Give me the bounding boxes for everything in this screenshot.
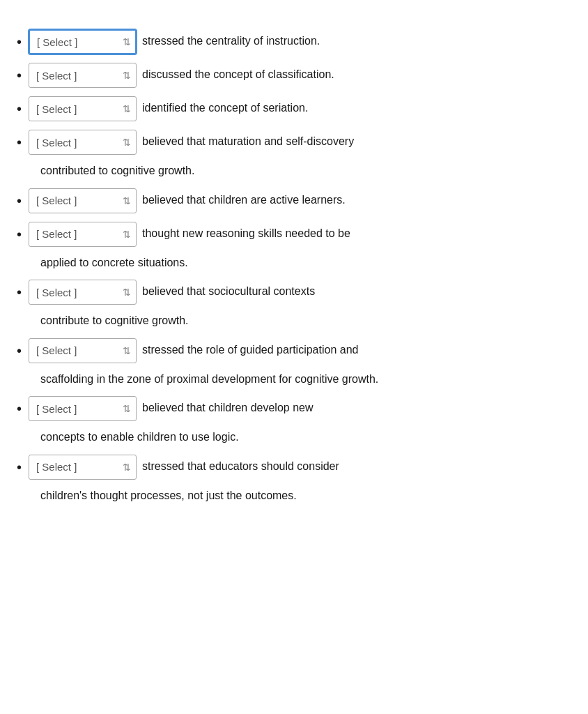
select-wrapper: [ Select ]PiagetVygotskyBoth⇅ [29, 396, 137, 421]
bullet-icon: • [17, 225, 22, 244]
select-item6[interactable]: [ Select ]PiagetVygotskyBoth [29, 222, 137, 247]
continuation-text: contribute to cognitive growth. [40, 312, 588, 330]
bullet-icon: • [17, 191, 22, 211]
item-text: stressed that educators should consider [142, 453, 571, 476]
select-wrapper: [ Select ]PiagetVygotskyBoth⇅ [29, 455, 137, 480]
select-item1[interactable]: [ Select ]PiagetVygotskyBoth [29, 29, 137, 54]
list-item: •[ Select ]PiagetVygotskyBoth⇅thought ne… [17, 220, 571, 247]
continuation-item: contributed to cognitive growth. [17, 162, 571, 180]
item-text: discussed the concept of classification. [142, 61, 571, 84]
select-wrapper: [ Select ]PiagetVygotskyBoth⇅ [29, 222, 137, 247]
item-content: [ Select ]PiagetVygotskyBoth⇅believed th… [29, 395, 571, 421]
bullet-icon: • [17, 282, 22, 302]
item-text: believed that children develop new [142, 395, 571, 417]
select-item2[interactable]: [ Select ]PiagetVygotskyBoth [29, 63, 137, 88]
item-content: [ Select ]PiagetVygotskyBoth⇅stressed th… [29, 337, 571, 363]
continuation-item: concepts to enable children to use logic… [17, 428, 571, 446]
select-item5[interactable]: [ Select ]PiagetVygotskyBoth [29, 188, 137, 213]
select-item4[interactable]: [ Select ]PiagetVygotskyBoth [29, 130, 137, 155]
list-item: •[ Select ]PiagetVygotskyBoth⇅identified… [17, 95, 571, 121]
select-item10[interactable]: [ Select ]PiagetVygotskyBoth [29, 455, 137, 480]
item-text: stressed the centrality of instruction. [142, 28, 571, 50]
item-content: [ Select ]PiagetVygotskyBoth⇅thought new… [29, 220, 571, 247]
list-item: •[ Select ]PiagetVygotskyBoth⇅discussed … [17, 61, 571, 88]
select-wrapper: [ Select ]PiagetVygotskyBoth⇅ [29, 188, 137, 213]
bullet-icon: • [17, 99, 22, 119]
list-item: •[ Select ]PiagetVygotskyBoth⇅believed t… [17, 278, 571, 305]
list-item: •[ Select ]PiagetVygotskyBoth⇅stressed t… [17, 337, 571, 363]
continuation-text: contributed to cognitive growth. [40, 162, 588, 180]
bullet-icon: • [17, 132, 22, 152]
continuation-item: contribute to cognitive growth. [17, 312, 571, 330]
continuation-text: scaffolding in the zone of proximal deve… [40, 370, 588, 388]
bullet-icon: • [17, 341, 22, 360]
bullet-icon: • [17, 399, 22, 418]
continuation-text: applied to concrete situations. [40, 254, 588, 272]
list-item: •[ Select ]PiagetVygotskyBoth⇅believed t… [17, 395, 571, 421]
select-wrapper: [ Select ]PiagetVygotskyBoth⇅ [29, 280, 137, 305]
item-content: [ Select ]PiagetVygotskyBoth⇅discussed t… [29, 61, 571, 88]
item-text: believed that children are active learne… [142, 187, 571, 209]
item-text: believed that sociocultural contexts [142, 278, 571, 301]
item-content: [ Select ]PiagetVygotskyBoth⇅believed th… [29, 278, 571, 305]
list-item: •[ Select ]PiagetVygotskyBoth⇅stressed t… [17, 28, 571, 54]
select-item3[interactable]: [ Select ]PiagetVygotskyBoth [29, 96, 137, 121]
bullet-icon: • [17, 66, 22, 85]
select-item8[interactable]: [ Select ]PiagetVygotskyBoth [29, 338, 137, 363]
item-content: [ Select ]PiagetVygotskyBoth⇅stressed th… [29, 453, 571, 480]
select-wrapper: [ Select ]PiagetVygotskyBoth⇅ [29, 29, 137, 54]
item-text: believed that maturation and self-discov… [142, 128, 571, 151]
select-wrapper: [ Select ]PiagetVygotskyBoth⇅ [29, 63, 137, 88]
item-text: thought new reasoning skills needed to b… [142, 220, 571, 243]
continuation-item: children's thought processes, not just t… [17, 487, 571, 505]
item-content: [ Select ]PiagetVygotskyBoth⇅stressed th… [29, 28, 571, 54]
bullet-icon: • [17, 32, 22, 52]
item-content: [ Select ]PiagetVygotskyBoth⇅believed th… [29, 128, 571, 155]
continuation-text: concepts to enable children to use logic… [40, 428, 588, 446]
item-content: [ Select ]PiagetVygotskyBoth⇅identified … [29, 95, 571, 121]
list-item: •[ Select ]PiagetVygotskyBoth⇅believed t… [17, 128, 571, 155]
continuation-item: applied to concrete situations. [17, 254, 571, 272]
select-item9[interactable]: [ Select ]PiagetVygotskyBoth [29, 396, 137, 421]
list-item: •[ Select ]PiagetVygotskyBoth⇅believed t… [17, 187, 571, 213]
item-text: identified the concept of seriation. [142, 95, 571, 117]
item-text: stressed the role of guided participatio… [142, 337, 571, 359]
select-item7[interactable]: [ Select ]PiagetVygotskyBoth [29, 280, 137, 305]
item-content: [ Select ]PiagetVygotskyBoth⇅believed th… [29, 187, 571, 213]
question-list: •[ Select ]PiagetVygotskyBoth⇅stressed t… [17, 28, 571, 505]
list-item: •[ Select ]PiagetVygotskyBoth⇅stressed t… [17, 453, 571, 480]
continuation-item: scaffolding in the zone of proximal deve… [17, 370, 571, 388]
select-wrapper: [ Select ]PiagetVygotskyBoth⇅ [29, 338, 137, 363]
select-wrapper: [ Select ]PiagetVygotskyBoth⇅ [29, 130, 137, 155]
bullet-icon: • [17, 457, 22, 477]
select-wrapper: [ Select ]PiagetVygotskyBoth⇅ [29, 96, 137, 121]
continuation-text: children's thought processes, not just t… [40, 487, 588, 505]
